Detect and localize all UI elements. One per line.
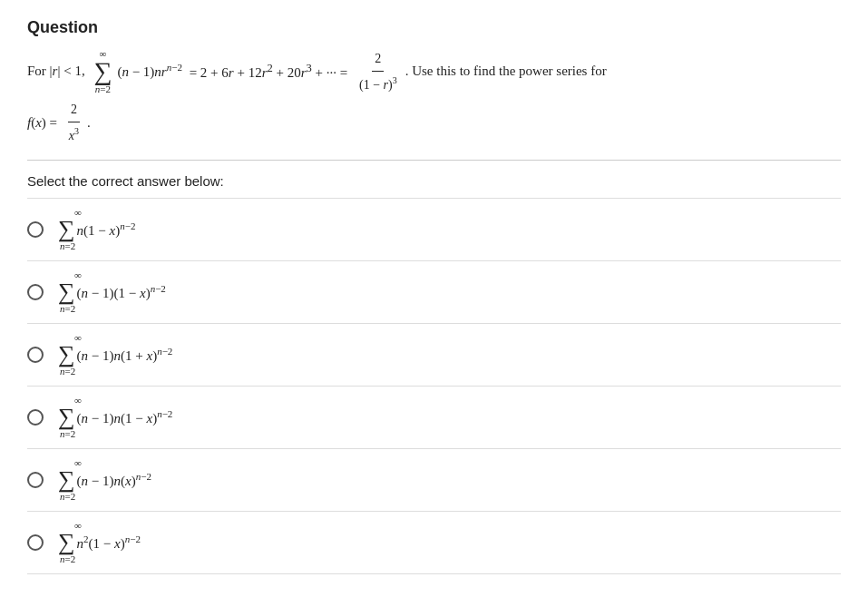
option-f-formula: n2(1 − x)n−2 xyxy=(77,533,141,552)
premise-line: For |r| < 1, ∞ ∑ n=2 (n − 1)nrn−2 = 2 + … xyxy=(27,48,841,95)
option-a-sum-expr: ∑ n(1 − x)n−2 xyxy=(58,218,135,241)
option-d-formula: (n − 1)n(1 − x)n−2 xyxy=(77,408,173,426)
option-a-sum-bot: n=2 xyxy=(60,241,75,251)
option-c-formula: (n − 1)n(1 + x)n−2 xyxy=(77,346,173,364)
question-title: Question xyxy=(27,18,841,37)
option-e-sum-expr: ∑ (n − 1)n(x)n−2 xyxy=(58,468,151,492)
select-label: Select the correct answer below: xyxy=(27,173,841,189)
premise-intro: For |r| < 1, xyxy=(27,60,88,83)
option-f-expr: ∞ ∑ n2(1 − x)n−2 n=2 xyxy=(58,521,141,564)
option-d-sum-top: ∞ xyxy=(74,396,82,406)
premise-formula: (n − 1)nrn−2 xyxy=(117,59,182,84)
sigma-notation: ∞ ∑ n=2 xyxy=(93,49,112,94)
fx-period: . xyxy=(87,112,91,135)
option-c-sum-top: ∞ xyxy=(74,333,82,343)
option-a-formula: n(1 − x)n−2 xyxy=(77,220,136,239)
option-e-formula: (n − 1)n(x)n−2 xyxy=(77,471,151,489)
option-f[interactable]: ∞ ∑ n2(1 − x)n−2 n=2 xyxy=(27,511,841,574)
option-b-sum-top: ∞ xyxy=(74,270,82,280)
option-c-sum-expr: ∑ (n − 1)n(1 + x)n−2 xyxy=(58,343,172,367)
radio-d[interactable] xyxy=(27,409,44,426)
option-f-sigma: ∑ xyxy=(58,531,75,554)
radio-f[interactable] xyxy=(27,534,44,551)
option-b-sum-expr: ∑ (n − 1)(1 − x)n−2 xyxy=(58,280,166,304)
option-e[interactable]: ∞ ∑ (n − 1)n(x)n−2 n=2 xyxy=(27,448,841,511)
sigma-symbol: ∑ xyxy=(93,59,112,84)
option-e-sigma: ∑ xyxy=(58,468,75,492)
frac-denominator: (1 − r)3 xyxy=(356,72,400,95)
radio-c[interactable] xyxy=(27,347,44,363)
option-e-sum-top: ∞ xyxy=(74,458,82,468)
option-c[interactable]: ∞ ∑ (n − 1)n(1 + x)n−2 n=2 xyxy=(27,323,841,386)
premise-equals: = 2 + 6r + 12r2 + 20r3 + ··· = xyxy=(186,59,351,85)
radio-b[interactable] xyxy=(27,284,44,300)
fx-fraction: 2 x3 xyxy=(66,99,82,146)
option-f-sum-expr: ∑ n2(1 − x)n−2 xyxy=(58,531,141,554)
premise-use-text: . Use this to find the power series for xyxy=(405,60,607,83)
premise-fraction: 2 (1 − r)3 xyxy=(356,48,400,95)
option-a-sigma: ∑ xyxy=(58,218,75,241)
frac-numerator: 2 xyxy=(372,48,384,72)
option-c-expr: ∞ ∑ (n − 1)n(1 + x)n−2 n=2 xyxy=(58,333,172,377)
option-d[interactable]: ∞ ∑ (n − 1)n(1 − x)n−2 n=2 xyxy=(27,386,841,448)
radio-a[interactable] xyxy=(27,221,44,238)
option-a[interactable]: ∞ ∑ n(1 − x)n−2 n=2 xyxy=(27,198,841,260)
option-d-sum-expr: ∑ (n − 1)n(1 − x)n−2 xyxy=(58,406,172,429)
option-f-sum-top: ∞ xyxy=(74,521,82,531)
option-a-sum-top: ∞ xyxy=(74,208,82,218)
fx-frac-den: x3 xyxy=(66,122,82,146)
page-container: Question For |r| < 1, ∞ ∑ n=2 (n − 1)nrn… xyxy=(0,0,868,597)
question-body: For |r| < 1, ∞ ∑ n=2 (n − 1)nrn−2 = 2 + … xyxy=(27,48,841,147)
option-b-sum-bot: n=2 xyxy=(60,304,75,314)
option-d-sum-bot: n=2 xyxy=(60,429,75,439)
option-d-sigma: ∑ xyxy=(58,406,75,429)
option-e-expr: ∞ ∑ (n − 1)n(x)n−2 n=2 xyxy=(58,458,151,502)
fx-frac-num: 2 xyxy=(68,99,80,122)
option-c-sigma: ∑ xyxy=(58,343,75,367)
divider-1 xyxy=(27,160,841,161)
option-a-expr: ∞ ∑ n(1 − x)n−2 n=2 xyxy=(58,208,135,251)
option-d-expr: ∞ ∑ (n − 1)n(1 − x)n−2 n=2 xyxy=(58,396,172,439)
option-b-sigma: ∑ xyxy=(58,280,75,304)
fx-label: f(x) = xyxy=(27,112,61,135)
option-e-sum-bot: n=2 xyxy=(60,492,75,502)
fx-line: f(x) = 2 x3 . xyxy=(27,99,841,146)
sigma-bottom: n=2 xyxy=(95,84,111,94)
answer-options: ∞ ∑ n(1 − x)n−2 n=2 ∞ ∑ (n − 1)(1 − x)n−… xyxy=(27,198,841,574)
radio-e[interactable] xyxy=(27,472,44,488)
option-b[interactable]: ∞ ∑ (n − 1)(1 − x)n−2 n=2 xyxy=(27,260,841,323)
option-c-sum-bot: n=2 xyxy=(60,367,75,377)
option-f-sum-bot: n=2 xyxy=(60,554,75,564)
option-b-expr: ∞ ∑ (n − 1)(1 − x)n−2 n=2 xyxy=(58,270,166,314)
option-b-formula: (n − 1)(1 − x)n−2 xyxy=(77,283,166,301)
